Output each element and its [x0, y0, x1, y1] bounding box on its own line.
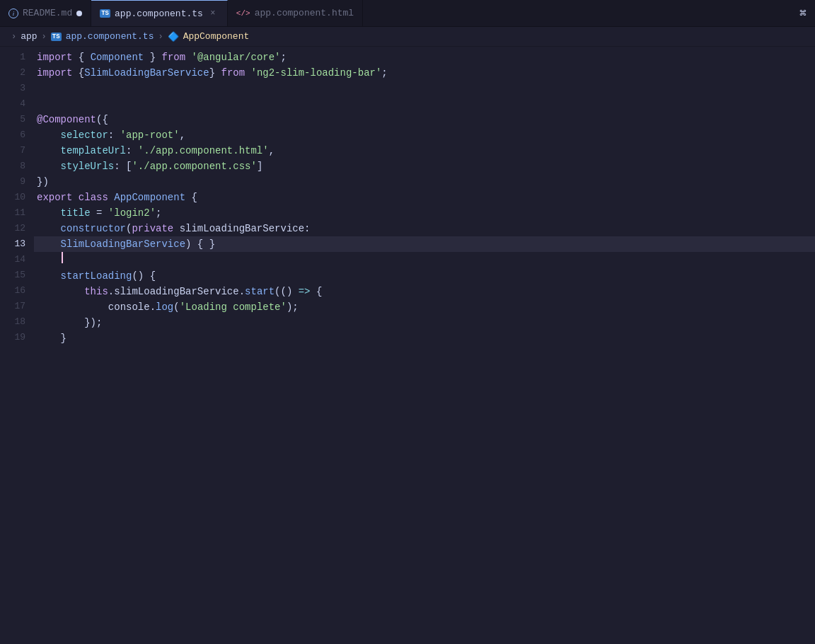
token-punct-15: () { [132, 268, 156, 284]
tab-bar: i README.md TS app.component.ts × </> ap… [0, 0, 815, 27]
code-line-3 [34, 81, 815, 96]
token-space-12 [173, 221, 179, 236]
token-export: export [37, 190, 72, 205]
line-num-13: 13 [6, 236, 25, 252]
token-str-loading: 'Loading complete' [180, 299, 287, 315]
line-num-6: 6 [6, 127, 25, 143]
token-punct-16c: { [311, 284, 323, 299]
token-title-key: title [61, 205, 91, 221]
code-line-1: import { Component } from '@angular/core… [34, 50, 815, 65]
token-slim-service-call: slimLoadingBarService [114, 284, 238, 299]
code-line-6: selector : 'app-root' , [34, 127, 815, 143]
breadcrumb-sep-2: › [158, 32, 163, 42]
token-log: log [156, 299, 173, 315]
token-punct-8a: : [ [114, 159, 132, 174]
code-content[interactable]: import { Component } from '@angular/core… [34, 47, 815, 644]
token-this: this [84, 284, 108, 299]
token-startLoading: startLoading [61, 268, 132, 284]
line-num-3: 3 [6, 81, 25, 96]
breadcrumb-app-folder[interactable]: app [21, 31, 37, 42]
token-styleUrls-key: styleUrls [61, 159, 115, 174]
token-colon-12: : [304, 221, 310, 236]
tab-app-component-html[interactable]: </> app.component.html [228, 0, 363, 27]
token-punct-6b: , [180, 127, 185, 143]
code-line-12: constructor ( private slimLoadingBarServ… [34, 221, 815, 236]
token-punct-2a: { [72, 65, 84, 81]
token-from-1: from [161, 50, 185, 65]
token-import-2: import [37, 65, 72, 81]
code-line-13: SlimLoadingBarService ) { } [34, 236, 815, 252]
text-cursor [62, 252, 63, 263]
token-semi-11: ; [156, 205, 161, 221]
token-SlimLoadingBarService-import: SlimLoadingBarService [84, 65, 209, 81]
token-console: console [108, 299, 150, 315]
token-punct-11a: = [91, 205, 108, 221]
token-selector-key: selector [61, 127, 108, 143]
line-num-10: 10 [6, 190, 25, 205]
code-line-17: console . log ( 'Loading complete' ); [34, 299, 815, 315]
code-line-9: }) [34, 174, 815, 190]
line-num-11: 11 [6, 205, 25, 221]
token-templateUrl-key: templateUrl [61, 143, 126, 159]
code-line-15: startLoading () { [34, 268, 815, 284]
tab-readme[interactable]: i README.md [0, 0, 91, 27]
token-dot-16a: . [108, 284, 114, 299]
token-space-10b [108, 190, 114, 205]
token-punct-17b: ); [287, 299, 299, 315]
code-line-5: @Component ({ [34, 112, 815, 127]
html-icon: </> [236, 9, 250, 18]
token-punct-13: ) { } [185, 236, 215, 252]
token-punct-1c [185, 50, 191, 65]
token-punct-17a: ( [173, 299, 179, 315]
code-line-7: templateUrl : './app.component.html' , [34, 143, 815, 159]
token-selector-val: 'app-root' [120, 127, 180, 143]
token-class: class [79, 190, 108, 205]
breadcrumb-component[interactable]: AppComponent [183, 31, 250, 42]
line-num-2: 2 [6, 65, 25, 81]
token-constructor: constructor [61, 221, 126, 236]
tab-label-ts: app.component.ts [115, 8, 203, 19]
token-punct-18: }); [84, 315, 102, 330]
token-punct-10: { [185, 190, 197, 205]
token-styleUrls-val: './app.component.css' [132, 159, 256, 174]
code-line-2: import { SlimLoadingBarService } from 'n… [34, 65, 815, 81]
token-punct-16a: (( [274, 284, 287, 299]
code-editor[interactable]: 1 2 3 4 5 6 7 8 9 10 11 12 13 14 15 16 1… [0, 47, 815, 644]
line-num-15: 15 [6, 268, 25, 283]
line-num-7: 7 [6, 143, 25, 159]
token-SlimLoadingBarService-type: SlimLoadingBarService [61, 236, 185, 252]
line-num-12: 12 [6, 221, 25, 236]
line-num-19: 19 [6, 330, 25, 345]
tab-label-readme: README.md [23, 8, 72, 18]
line-num-1: 1 [6, 50, 25, 65]
token-private: private [132, 221, 173, 236]
line-num-9: 9 [6, 174, 25, 190]
token-AppComponent-def: AppComponent [114, 190, 185, 205]
breadcrumb-ts-icon: TS [51, 33, 62, 41]
token-templateUrl-val: './app.component.html' [138, 143, 269, 159]
token-punct-7a: : [126, 143, 138, 159]
token-title-val: 'login2' [108, 205, 156, 221]
breadcrumb: › app › TS app.component.ts › 🔷 AppCompo… [0, 27, 815, 47]
token-dot-16b: . [239, 284, 245, 299]
token-str-angular: '@angular/core' [192, 50, 281, 65]
line-num-5: 5 [6, 112, 25, 127]
token-punct-7b: , [269, 143, 274, 159]
code-line-19: } [34, 330, 815, 346]
chevron-right-icon: › [11, 32, 16, 42]
breadcrumb-ts-file[interactable]: app.component.ts [66, 31, 154, 42]
breadcrumb-sep-1: › [42, 32, 47, 42]
token-semi-1: ; [281, 50, 287, 65]
token-punct-2c [245, 65, 250, 81]
code-line-11: title = 'login2' ; [34, 205, 815, 221]
tab-app-component-ts[interactable]: TS app.component.ts × [91, 0, 228, 27]
line-num-18: 18 [6, 314, 25, 330]
token-punct-8b: ] [257, 159, 262, 174]
tab-close-button[interactable]: × [207, 8, 219, 19]
user-icon: ⌘ [791, 6, 815, 21]
code-line-18: }); [34, 315, 815, 330]
token-str-ng2: 'ng2-slim-loading-bar' [251, 65, 382, 81]
code-line-4 [34, 96, 815, 112]
token-close-brace-19: } [61, 330, 67, 346]
code-line-14 [34, 252, 815, 268]
